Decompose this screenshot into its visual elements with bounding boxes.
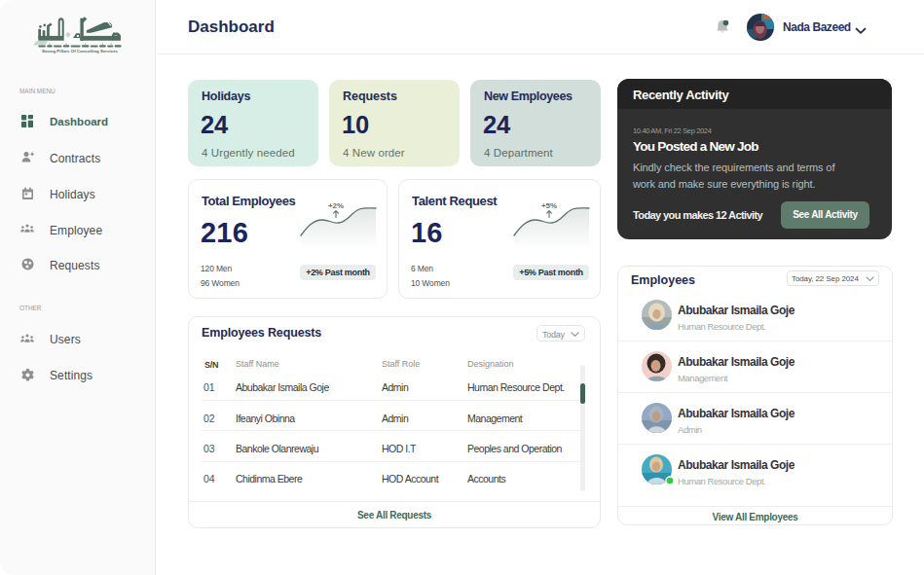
svg-text:+2%: +2%: [328, 201, 344, 210]
svg-text:Strong Pillars Of Consulting S: Strong Pillars Of Consulting Services: [42, 49, 119, 54]
svg-text:+5%: +5%: [541, 201, 557, 210]
